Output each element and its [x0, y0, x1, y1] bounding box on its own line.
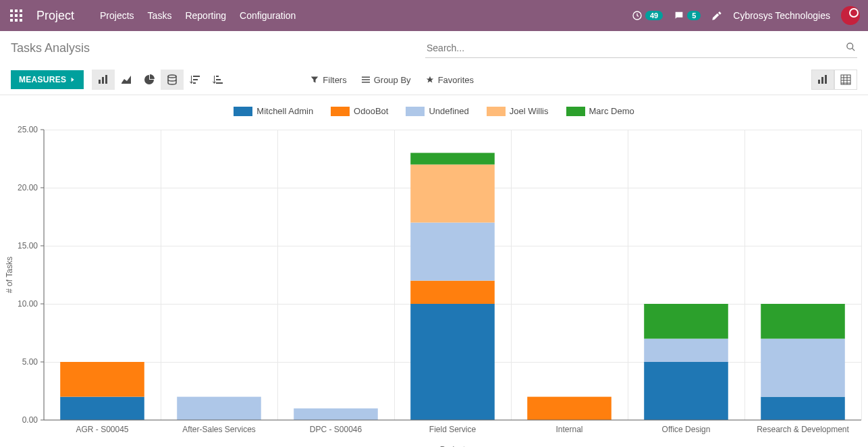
search-input[interactable]: [425, 38, 857, 57]
activity-icon[interactable]: 49: [632, 10, 663, 21]
svg-rect-4: [15, 14, 18, 17]
svg-rect-19: [216, 76, 219, 77]
pivot-view-button[interactable]: [834, 70, 857, 90]
bar-segment[interactable]: [644, 304, 728, 339]
svg-point-10: [847, 43, 853, 49]
svg-rect-21: [216, 82, 223, 84]
legend-item[interactable]: Mitchell Admin: [234, 106, 313, 116]
legend-label: Undefined: [429, 106, 468, 116]
bar-segment[interactable]: [410, 153, 495, 164]
x-tick-label: AGR - S00045: [76, 425, 128, 434]
app-brand[interactable]: Project: [36, 9, 74, 23]
x-tick-label: Field Service: [429, 425, 477, 434]
bar-chart-svg: 0.005.0010.0015.0020.0025.00AGR - S00045…: [0, 123, 868, 447]
nav-link-reporting[interactable]: Reporting: [185, 10, 226, 21]
top-nav: Project Projects Tasks Reporting Configu…: [0, 0, 868, 31]
legend-item[interactable]: Joel Willis: [487, 106, 549, 116]
legend-item[interactable]: Marc Demo: [566, 106, 634, 116]
discuss-icon[interactable]: 5: [674, 10, 701, 21]
svg-rect-24: [362, 82, 370, 83]
bar-segment[interactable]: [761, 304, 845, 339]
bar-segment[interactable]: [60, 362, 144, 397]
bar-chart-button[interactable]: [92, 70, 115, 90]
groupby-button[interactable]: Group By: [362, 75, 411, 85]
x-tick-label: Internal: [555, 425, 582, 434]
bar-segment[interactable]: [410, 165, 495, 223]
bar-segment[interactable]: [761, 339, 845, 397]
svg-rect-6: [10, 19, 13, 22]
bar-segment[interactable]: [527, 397, 612, 420]
bar-segment[interactable]: [294, 409, 378, 420]
svg-text:25.00: 25.00: [18, 125, 38, 134]
legend-label: Joel Willis: [510, 106, 549, 116]
bar-segment[interactable]: [410, 304, 495, 420]
svg-line-11: [852, 48, 855, 51]
bar-segment[interactable]: [60, 397, 144, 420]
search-icon[interactable]: [846, 42, 856, 54]
nav-link-projects[interactable]: Projects: [100, 10, 134, 21]
debug-icon[interactable]: [711, 10, 722, 21]
view-filters: Filters Group By Favorites: [310, 75, 474, 85]
caret-right-icon: [70, 77, 76, 82]
svg-rect-5: [20, 14, 22, 17]
sort-asc-button[interactable]: [207, 70, 229, 90]
graph-view-button[interactable]: [811, 70, 834, 90]
bar-segment[interactable]: [761, 397, 845, 420]
user-avatar[interactable]: [841, 6, 860, 25]
svg-rect-25: [818, 80, 820, 84]
legend-swatch: [234, 107, 252, 116]
bar-segment[interactable]: [644, 362, 728, 420]
nav-link-tasks[interactable]: Tasks: [148, 10, 172, 21]
svg-text:0.00: 0.00: [22, 415, 38, 425]
svg-text:20.00: 20.00: [18, 183, 38, 192]
svg-rect-0: [10, 9, 13, 12]
svg-rect-26: [821, 77, 823, 84]
svg-rect-18: [193, 82, 196, 84]
x-tick-label: DPC - S00046: [310, 425, 362, 434]
stacked-button[interactable]: [161, 70, 184, 90]
search-wrap: [425, 38, 857, 58]
legend-swatch: [487, 107, 506, 116]
breadcrumb: Tasks Analysis: [11, 41, 90, 55]
chart-area: Mitchell AdminOdooBotUndefinedJoel Willi…: [0, 95, 868, 447]
x-tick-label: Research & Development: [757, 425, 849, 434]
svg-rect-3: [10, 14, 13, 17]
funnel-icon: [310, 76, 319, 84]
measures-button[interactable]: MEASURES: [11, 70, 84, 89]
svg-rect-2: [20, 9, 22, 12]
legend-item[interactable]: OdooBot: [331, 106, 388, 116]
pie-chart-button[interactable]: [138, 70, 161, 90]
bar-segment[interactable]: [177, 397, 261, 420]
control-panel: Tasks Analysis MEASURES Filters: [0, 31, 868, 95]
company-switcher[interactable]: Cybrosys Technologies: [733, 10, 830, 21]
activity-badge: 49: [645, 11, 663, 20]
bar-segment[interactable]: [410, 223, 495, 281]
nav-link-configuration[interactable]: Configuration: [240, 10, 296, 21]
legend-swatch: [566, 107, 585, 116]
favorites-button[interactable]: Favorites: [426, 75, 474, 85]
svg-rect-17: [193, 79, 198, 80]
view-switch: [811, 70, 857, 90]
bar-segment[interactable]: [644, 339, 728, 362]
legend-swatch: [331, 107, 350, 116]
svg-rect-27: [825, 75, 827, 84]
apps-icon[interactable]: [8, 7, 24, 24]
line-chart-button[interactable]: [115, 70, 138, 90]
legend-item[interactable]: Undefined: [406, 106, 468, 116]
bar-segment[interactable]: [410, 281, 495, 304]
nav-links: Projects Tasks Reporting Configuration: [100, 10, 296, 21]
legend-swatch: [406, 107, 425, 116]
legend-label: Marc Demo: [589, 106, 634, 116]
svg-rect-22: [362, 77, 370, 78]
svg-rect-7: [15, 19, 18, 22]
legend-label: OdooBot: [354, 106, 388, 116]
svg-rect-13: [102, 77, 104, 84]
legend-label: Mitchell Admin: [256, 106, 313, 116]
svg-text:15.00: 15.00: [18, 241, 38, 251]
filters-button[interactable]: Filters: [310, 75, 346, 85]
star-icon: [426, 76, 434, 84]
svg-rect-12: [99, 80, 101, 84]
sort-desc-button[interactable]: [184, 70, 207, 90]
svg-rect-14: [105, 75, 107, 84]
list-icon: [362, 76, 370, 84]
